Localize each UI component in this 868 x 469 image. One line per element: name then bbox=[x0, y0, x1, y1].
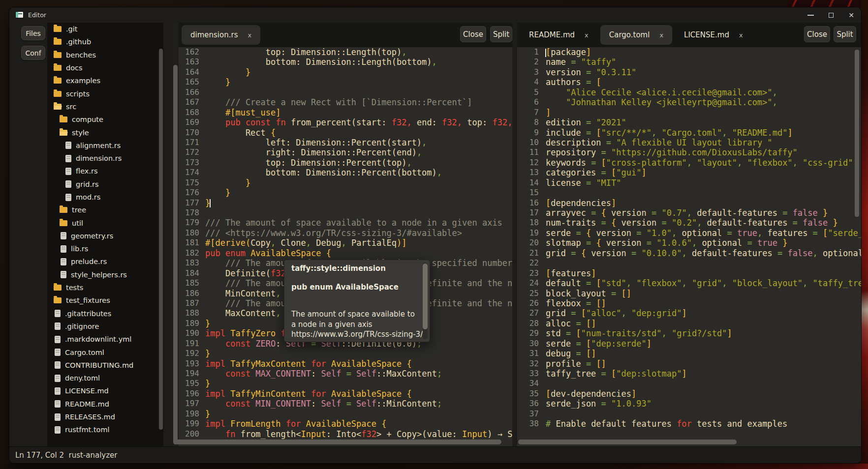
code-line[interactable]: 17arrayvec = { version = "0.7", default-… bbox=[517, 208, 862, 218]
popup-doc-link[interactable]: https://www.w3.org/TR/css-sizing-3/ bbox=[291, 330, 423, 339]
tree-item-lib-rs[interactable]: lib.rs bbox=[47, 242, 163, 255]
code-line[interactable]: 9include = ["src/**/*", "Cargo.toml", "R… bbox=[517, 128, 862, 138]
code-line[interactable]: 192} bbox=[179, 349, 512, 358]
right-editor-hscrollbar[interactable] bbox=[518, 440, 737, 444]
code-line[interactable]: 174 bottom: Dimension::Percent(bottom), bbox=[179, 168, 512, 177]
code-line[interactable]: 25block_layout = [] bbox=[517, 289, 862, 298]
code-line[interactable]: 195} bbox=[179, 379, 512, 388]
code-line[interactable]: 15 bbox=[517, 188, 862, 198]
tree-item-readme-md[interactable]: README.md bbox=[47, 398, 163, 410]
code-line[interactable]: 36serde_json = "1.0.93" bbox=[517, 399, 862, 409]
tree-item-src[interactable]: src bbox=[47, 100, 163, 113]
code-line[interactable]: 12keywords = ["cross-platform", "layout"… bbox=[517, 158, 862, 168]
file-tree-scrollbar[interactable] bbox=[159, 49, 163, 430]
code-line[interactable]: 182pub enum AvailableSpace { bbox=[179, 248, 512, 258]
code-line[interactable]: 196impl TaffyMinContent for AvailableSpa… bbox=[179, 389, 512, 399]
code-line[interactable]: 37 bbox=[517, 409, 862, 419]
left-editor-scrollbar-thumb[interactable] bbox=[173, 65, 178, 444]
tree-item-releases-md[interactable]: RELEASES.md bbox=[47, 410, 163, 423]
code-line[interactable]: 35[dev-dependencies] bbox=[517, 389, 862, 399]
code-line[interactable]: 2name = "taffy" bbox=[517, 57, 862, 67]
code-line[interactable]: 26flexbox = [] bbox=[517, 298, 862, 308]
code-line[interactable]: 30serde = ["dep:serde"] bbox=[517, 339, 862, 349]
code-line[interactable]: 164 } bbox=[179, 67, 512, 77]
tree-item-test-fixtures[interactable]: test_fixtures bbox=[47, 294, 163, 307]
tree-item--markdownlint-yml[interactable]: .markdownlint.yml bbox=[47, 333, 163, 346]
tab-close-icon[interactable]: x bbox=[739, 31, 743, 39]
code-line[interactable]: 197 const MIN_CONTENT: Self = Self::MinC… bbox=[179, 399, 512, 409]
code-line[interactable]: 21grid = { version = "0.10.0", default-f… bbox=[517, 248, 862, 258]
right-editor-scrollbar-thumb[interactable] bbox=[855, 50, 859, 217]
tab-license-md[interactable]: LICENSE.mdx bbox=[675, 25, 752, 45]
code-line[interactable]: 8edition = "2021" bbox=[517, 117, 862, 127]
code-line[interactable]: 168 #[must_use] bbox=[179, 108, 512, 117]
code-line[interactable]: 34 bbox=[517, 379, 862, 388]
right-code-editor[interactable]: 1[package]2name = "taffy"3version = "0.3… bbox=[517, 47, 862, 446]
tab-close-icon[interactable]: x bbox=[248, 31, 251, 39]
code-line[interactable]: 10description = "A flexible UI layout li… bbox=[517, 138, 862, 147]
tab-cargo-toml[interactable]: Cargo.tomlx bbox=[600, 25, 672, 45]
code-line[interactable]: 179/// The amount of space available to … bbox=[179, 218, 512, 228]
code-line[interactable]: 198} bbox=[179, 409, 512, 419]
left-pane-close-button[interactable]: Close bbox=[460, 26, 486, 42]
code-line[interactable]: 33taffy_tree = ["dep:slotmap"] bbox=[517, 369, 862, 379]
code-line[interactable]: 38# Enable default features for tests an… bbox=[517, 419, 862, 429]
tree-item-grid-rs[interactable]: grid.rs bbox=[47, 178, 163, 191]
tree-item-deny-toml[interactable]: deny.toml bbox=[47, 372, 163, 384]
tree-item-mod-rs[interactable]: mod.rs bbox=[47, 191, 163, 204]
code-line[interactable]: 24default = ["std", "flexbox", "grid", "… bbox=[517, 278, 862, 288]
code-line[interactable]: 200 fn from_length<Input: Into<f32> + Co… bbox=[179, 429, 512, 439]
tree-item-prelude-rs[interactable]: prelude.rs bbox=[47, 255, 163, 268]
code-line[interactable]: 31debug = [] bbox=[517, 349, 862, 358]
tree-item-license-md[interactable]: LICENSE.md bbox=[47, 384, 163, 397]
tab-close-icon[interactable]: x bbox=[585, 31, 589, 39]
left-code-editor[interactable]: 162 top: Dimension::Length(top),163 bott… bbox=[179, 47, 512, 446]
tree-item-flex-rs[interactable]: flex.rs bbox=[47, 165, 163, 177]
tree-item-tree[interactable]: tree bbox=[47, 204, 163, 216]
code-line[interactable]: 22 bbox=[517, 258, 862, 268]
code-line[interactable]: 32profile = [] bbox=[517, 359, 862, 369]
tree-item-geometry-rs[interactable]: geometry.rs bbox=[47, 230, 163, 242]
close-window-button[interactable]: ✕ bbox=[848, 12, 854, 19]
minimize-button[interactable] bbox=[807, 15, 814, 16]
code-line[interactable]: 16[dependencies] bbox=[517, 198, 862, 208]
code-line[interactable]: 167 /// Create a new Rect with [`Dimensi… bbox=[179, 97, 512, 107]
code-line[interactable]: 169 pub const fn from_percent(start: f32… bbox=[179, 117, 512, 127]
code-line[interactable]: 29std = ["num-traits/std", "grid?/std"] bbox=[517, 328, 862, 338]
tree-item-util[interactable]: util bbox=[47, 216, 163, 229]
code-line[interactable]: 13categories = ["gui"] bbox=[517, 168, 862, 177]
tree-item-benches[interactable]: benches bbox=[47, 49, 163, 61]
tree-item-style-helpers-rs[interactable]: style_helpers.rs bbox=[47, 268, 163, 281]
code-line[interactable]: 193impl TaffyMaxContent for AvailableSpa… bbox=[179, 359, 512, 369]
files-panel-button[interactable]: Files bbox=[21, 26, 45, 40]
code-line[interactable]: 14license = "MIT" bbox=[517, 178, 862, 188]
tab-close-icon[interactable]: x bbox=[659, 31, 663, 39]
code-line[interactable]: 162 top: Dimension::Length(top), bbox=[179, 47, 512, 57]
left-pane-split-button[interactable]: Split bbox=[490, 26, 512, 42]
code-line[interactable]: 181#[derive(Copy, Clone, Debug, PartialE… bbox=[179, 238, 512, 248]
code-line[interactable]: 11repository = "https://github.com/Dioxu… bbox=[517, 147, 862, 157]
tree-item-scripts[interactable]: scripts bbox=[47, 87, 163, 100]
code-line[interactable]: 1[package] bbox=[517, 47, 862, 57]
tree-item-cargo-toml[interactable]: Cargo.toml bbox=[47, 346, 163, 358]
code-line[interactable]: 20slotmap = { version = "1.0.6", optiona… bbox=[517, 238, 862, 248]
code-line[interactable]: 178 bbox=[179, 208, 512, 218]
code-line[interactable]: 171 left: Dimension::Percent(start), bbox=[179, 138, 512, 147]
right-pane-split-button[interactable]: Split bbox=[834, 26, 856, 42]
code-line[interactable]: 166 bbox=[179, 88, 512, 97]
conf-panel-button[interactable]: Conf bbox=[21, 46, 45, 60]
code-line[interactable]: 173 top: Dimension::Percent(top), bbox=[179, 158, 512, 168]
right-pane-close-button[interactable]: Close bbox=[804, 26, 830, 42]
code-line[interactable]: 5 "Alice Cecile <alice.i.cecile@gmail.co… bbox=[517, 88, 862, 97]
code-line[interactable]: 6 "Johnathan Kelley <jkelleyrtp@gmail.co… bbox=[517, 97, 862, 107]
code-line[interactable]: 27grid = ["alloc", "dep:grid"] bbox=[517, 308, 862, 318]
left-editor-hscrollbar[interactable] bbox=[175, 440, 501, 444]
tree-item-rustfmt-toml[interactable]: rustfmt.toml bbox=[47, 423, 163, 436]
code-line[interactable]: 175 } bbox=[179, 178, 512, 188]
code-line[interactable]: 3version = "0.3.11" bbox=[517, 67, 862, 77]
tree-item-compute[interactable]: compute bbox=[47, 113, 163, 126]
title-bar[interactable]: Editor ✕ bbox=[9, 7, 861, 23]
code-line[interactable]: 163 bottom: Dimension::Length(bottom), bbox=[179, 57, 512, 67]
code-line[interactable]: 177} bbox=[179, 198, 512, 208]
tree-item-tests[interactable]: tests bbox=[47, 281, 163, 294]
